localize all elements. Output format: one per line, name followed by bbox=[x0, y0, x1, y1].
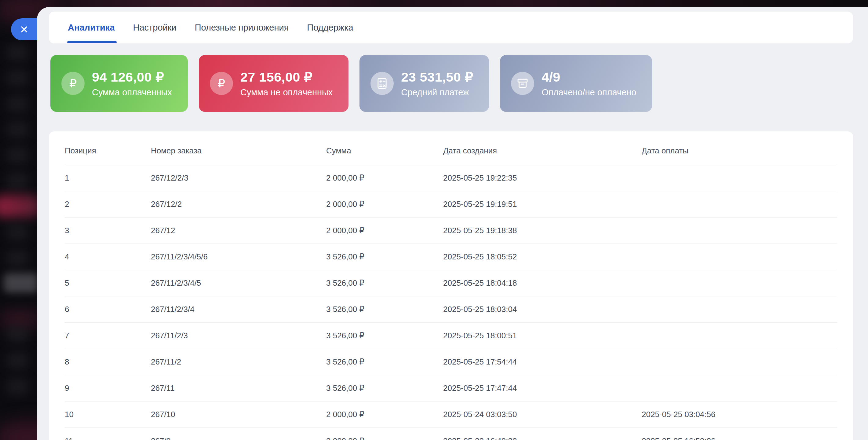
ruble-icon: ₽ bbox=[210, 72, 233, 95]
column-header: Номер заказа bbox=[151, 146, 326, 155]
tab-bar: АналитикаНастройкиПолезные приложенияПод… bbox=[49, 11, 853, 43]
blurred-sidebar-item bbox=[7, 326, 28, 343]
stat-card-unpaid-sum: ₽27 156,00 ₽Сумма не оплаченных bbox=[199, 55, 348, 112]
cell-position: 4 bbox=[65, 252, 151, 262]
active-tab-underline bbox=[67, 41, 117, 43]
cell-amount: 3 526,00 ₽ bbox=[326, 331, 443, 341]
cell-amount: 2 000,00 ₽ bbox=[326, 173, 443, 183]
table-row: 8267/11/23 526,00 ₽2025-05-25 17:54:44 bbox=[65, 349, 837, 375]
blurred-sidebar-item bbox=[7, 70, 28, 87]
column-header: Дата создания bbox=[443, 146, 642, 155]
blurred-sidebar-item bbox=[7, 378, 28, 395]
table-row: 5267/11/2/3/4/53 526,00 ₽2025-05-25 18:0… bbox=[65, 270, 837, 296]
cell-order-number: 267/11/2/3 bbox=[151, 331, 326, 341]
calculator-icon bbox=[370, 72, 394, 95]
cell-order-number: 267/11/2/3/4 bbox=[151, 305, 326, 314]
cell-position: 10 bbox=[65, 410, 151, 419]
table-row: 9267/113 526,00 ₽2025-05-25 17:47:44 bbox=[65, 375, 837, 402]
cell-amount: 3 526,00 ₽ bbox=[326, 383, 443, 393]
cell-amount: 2 000,00 ₽ bbox=[326, 436, 443, 440]
cell-order-number: 267/12 bbox=[151, 226, 326, 235]
blurred-sidebar-highlight bbox=[0, 195, 41, 217]
cell-created-at: 2025-05-25 18:03:04 bbox=[443, 305, 642, 314]
archive-box-icon bbox=[511, 72, 534, 95]
stat-card-average-payment: 23 531,50 ₽Средний платеж bbox=[360, 55, 489, 112]
cell-order-number: 267/9 bbox=[151, 436, 326, 440]
table-row: 4267/11/2/3/4/5/63 526,00 ₽2025-05-25 18… bbox=[65, 244, 837, 270]
blurred-sidebar-item bbox=[7, 172, 28, 189]
tab-settings[interactable]: Настройки bbox=[133, 11, 177, 43]
blurred-sidebar-item bbox=[7, 147, 28, 164]
tab-support[interactable]: Поддержка bbox=[307, 11, 353, 43]
cell-position: 8 bbox=[65, 357, 151, 367]
cell-paid-at: 2025-05-25 03:04:56 bbox=[642, 410, 837, 419]
orders-table: ПозицияНомер заказаСуммаДата созданияДат… bbox=[49, 131, 853, 440]
blurred-sidebar-active-item bbox=[4, 273, 38, 293]
cell-order-number: 267/12/2 bbox=[151, 200, 326, 209]
cell-amount: 3 526,00 ₽ bbox=[326, 252, 443, 262]
cell-amount: 2 000,00 ₽ bbox=[326, 226, 443, 235]
table-row: 6267/11/2/3/43 526,00 ₽2025-05-25 18:03:… bbox=[65, 296, 837, 323]
cell-order-number: 267/10 bbox=[151, 410, 326, 419]
tab-useful-apps[interactable]: Полезные приложения bbox=[195, 11, 289, 43]
cell-position: 11 bbox=[65, 436, 151, 440]
cell-order-number: 267/11 bbox=[151, 383, 326, 393]
cell-created-at: 2025-05-25 17:54:44 bbox=[443, 357, 642, 367]
cell-position: 2 bbox=[65, 200, 151, 209]
stat-label: Оплачено/не оплачено bbox=[541, 87, 636, 97]
table-body: 1267/12/2/32 000,00 ₽2025-05-25 19:22:35… bbox=[65, 165, 837, 440]
stat-label: Сумма не оплаченных bbox=[240, 87, 333, 97]
cell-position: 5 bbox=[65, 278, 151, 288]
cell-position: 9 bbox=[65, 383, 151, 393]
cell-created-at: 2025-05-25 18:00:51 bbox=[443, 331, 642, 341]
stat-value: 4/9 bbox=[541, 70, 636, 85]
cell-amount: 3 526,00 ₽ bbox=[326, 278, 443, 288]
stat-card-paid-sum: ₽94 126,00 ₽Сумма оплаченных bbox=[51, 55, 188, 112]
tab-analytics[interactable]: Аналитика bbox=[68, 11, 115, 43]
cell-created-at: 2025-05-25 19:18:38 bbox=[443, 226, 642, 235]
blurred-sidebar-item bbox=[7, 352, 28, 369]
cell-created-at: 2025-05-23 16:49:23 bbox=[443, 436, 642, 440]
cell-order-number: 267/11/2/3/4/5/6 bbox=[151, 252, 326, 262]
blurred-sidebar-item bbox=[7, 224, 28, 241]
cell-created-at: 2025-05-25 18:05:52 bbox=[443, 252, 642, 262]
cell-amount: 3 526,00 ₽ bbox=[326, 305, 443, 314]
cell-created-at: 2025-05-24 03:03:50 bbox=[443, 410, 642, 419]
cell-position: 1 bbox=[65, 173, 151, 183]
table-row: 11267/92 000,00 ₽2025-05-23 16:49:232025… bbox=[65, 428, 837, 440]
cell-position: 6 bbox=[65, 305, 151, 314]
stat-label: Сумма оплаченных bbox=[92, 87, 172, 97]
close-icon bbox=[19, 24, 29, 34]
cell-created-at: 2025-05-25 17:47:44 bbox=[443, 383, 642, 393]
cell-amount: 2 000,00 ₽ bbox=[326, 410, 443, 419]
stat-cards: ₽94 126,00 ₽Сумма оплаченных₽27 156,00 ₽… bbox=[51, 55, 652, 112]
modal-close-button[interactable] bbox=[11, 18, 40, 40]
ruble-icon: ₽ bbox=[61, 72, 85, 95]
column-header: Позиция bbox=[65, 146, 151, 155]
blurred-sidebar-item bbox=[7, 44, 28, 61]
blurred-sidebar-glow bbox=[0, 311, 43, 328]
column-header: Дата оплаты bbox=[642, 146, 837, 155]
cell-order-number: 267/12/2/3 bbox=[151, 173, 326, 183]
blurred-sidebar-item bbox=[7, 250, 28, 267]
table-header-row: ПозицияНомер заказаСуммаДата созданияДат… bbox=[65, 131, 837, 165]
cell-position: 3 bbox=[65, 226, 151, 235]
table-row: 2267/12/22 000,00 ₽2025-05-25 19:19:51 bbox=[65, 191, 837, 217]
blurred-sidebar-item bbox=[7, 121, 28, 138]
background-top-strip bbox=[37, 0, 868, 7]
table-row: 3267/122 000,00 ₽2025-05-25 19:18:38 bbox=[65, 217, 837, 244]
cell-amount: 3 526,00 ₽ bbox=[326, 357, 443, 367]
stat-value: 94 126,00 ₽ bbox=[92, 69, 172, 85]
table-row: 10267/102 000,00 ₽2025-05-24 03:03:50202… bbox=[65, 402, 837, 428]
column-header: Сумма bbox=[326, 146, 443, 155]
analytics-modal: АналитикаНастройкиПолезные приложенияПод… bbox=[37, 7, 868, 440]
cell-created-at: 2025-05-25 18:04:18 bbox=[443, 278, 642, 288]
blurred-sidebar-item bbox=[7, 95, 28, 113]
stat-value: 23 531,50 ₽ bbox=[401, 69, 473, 85]
cell-order-number: 267/11/2/3/4/5 bbox=[151, 278, 326, 288]
table-row: 1267/12/2/32 000,00 ₽2025-05-25 19:22:35 bbox=[65, 165, 837, 191]
cell-paid-at: 2025-05-25 16:50:26 bbox=[642, 436, 837, 440]
stat-card-paid-ratio: 4/9Оплачено/не оплачено bbox=[500, 55, 652, 112]
cell-amount: 2 000,00 ₽ bbox=[326, 200, 443, 209]
table-row: 7267/11/2/33 526,00 ₽2025-05-25 18:00:51 bbox=[65, 323, 837, 349]
